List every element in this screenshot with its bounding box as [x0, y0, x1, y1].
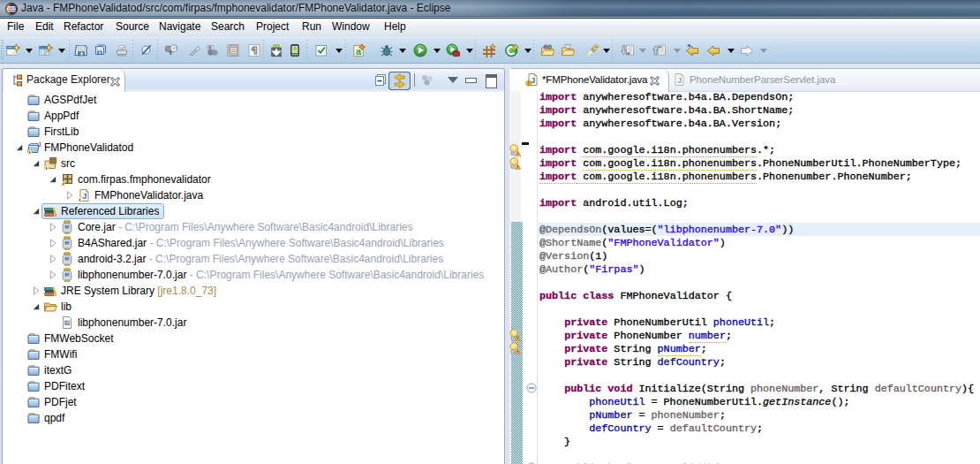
svg-text:010: 010: [64, 224, 71, 229]
svg-text:010: 010: [64, 240, 71, 245]
svg-text:J: J: [677, 75, 682, 85]
svg-text:010: 010: [64, 256, 71, 261]
svg-text:J: J: [82, 191, 87, 201]
svg-text:010: 010: [64, 272, 71, 277]
svg-text:J: J: [38, 141, 41, 148]
